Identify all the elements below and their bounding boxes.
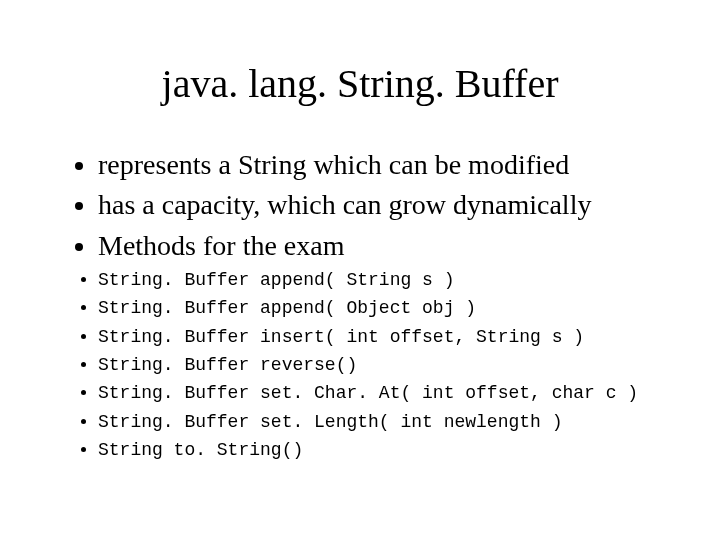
- bullet-list: represents a String which can be modifie…: [70, 147, 650, 462]
- list-item: String. Buffer insert( int offset, Strin…: [98, 325, 650, 349]
- list-item: String. Buffer append( Object obj ): [98, 296, 650, 320]
- list-item: has a capacity, which can grow dynamical…: [98, 187, 650, 223]
- list-item: represents a String which can be modifie…: [98, 147, 650, 183]
- list-item: String. Buffer set. Char. At( int offset…: [98, 381, 650, 405]
- list-item: String. Buffer set. Length( int newlengt…: [98, 410, 650, 434]
- list-item: String to. String(): [98, 438, 650, 462]
- list-item: Methods for the exam: [98, 228, 650, 264]
- list-item: String. Buffer append( String s ): [98, 268, 650, 292]
- list-item: String. Buffer reverse(): [98, 353, 650, 377]
- slide: java. lang. String. Buffer represents a …: [0, 0, 720, 540]
- slide-title: java. lang. String. Buffer: [70, 60, 650, 107]
